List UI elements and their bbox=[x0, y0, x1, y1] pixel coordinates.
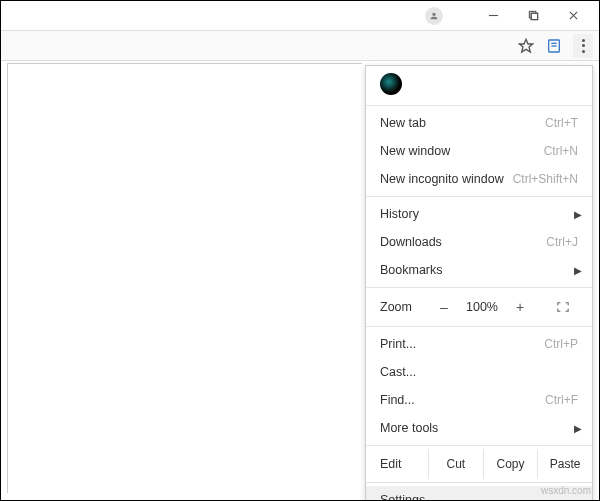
cut-button[interactable]: Cut bbox=[428, 449, 483, 479]
watermark: wsxdn.com bbox=[541, 485, 591, 496]
separator bbox=[366, 326, 592, 327]
zoom-in-button[interactable]: + bbox=[506, 299, 534, 315]
browser-menu: New tab Ctrl+T New window Ctrl+N New inc… bbox=[365, 65, 593, 501]
new-incognito-label: New incognito window bbox=[380, 172, 513, 186]
separator bbox=[366, 105, 592, 106]
paste-button[interactable]: Paste bbox=[537, 449, 592, 479]
downloads-label: Downloads bbox=[380, 235, 546, 249]
more-menu-button[interactable] bbox=[573, 34, 593, 58]
new-window-label: New window bbox=[380, 144, 544, 158]
window-titlebar bbox=[1, 1, 599, 31]
separator bbox=[366, 482, 592, 483]
svg-rect-2 bbox=[531, 13, 537, 19]
new-tab-shortcut: Ctrl+T bbox=[545, 116, 578, 130]
copy-button[interactable]: Copy bbox=[483, 449, 538, 479]
separator bbox=[366, 196, 592, 197]
chevron-right-icon: ▶ bbox=[574, 265, 582, 276]
maximize-button[interactable] bbox=[513, 2, 553, 30]
new-tab-label: New tab bbox=[380, 116, 545, 130]
svg-marker-6 bbox=[519, 39, 532, 52]
edit-label: Edit bbox=[380, 449, 428, 479]
browser-toolbar bbox=[1, 31, 599, 61]
new-incognito-item[interactable]: New incognito window Ctrl+Shift+N bbox=[366, 165, 592, 193]
print-item[interactable]: Print... Ctrl+P bbox=[366, 330, 592, 358]
new-window-shortcut: Ctrl+N bbox=[544, 144, 578, 158]
new-window-item[interactable]: New window Ctrl+N bbox=[366, 137, 592, 165]
more-tools-label: More tools bbox=[380, 421, 578, 435]
bookmarks-label: Bookmarks bbox=[380, 263, 578, 277]
zoom-row: Zoom – 100% + bbox=[366, 291, 592, 323]
downloads-shortcut: Ctrl+J bbox=[546, 235, 578, 249]
page-content bbox=[7, 63, 362, 493]
cast-label: Cast... bbox=[380, 365, 578, 379]
find-item[interactable]: Find... Ctrl+F bbox=[366, 386, 592, 414]
print-label: Print... bbox=[380, 337, 544, 351]
new-tab-item[interactable]: New tab Ctrl+T bbox=[366, 109, 592, 137]
history-label: History bbox=[380, 207, 578, 221]
new-incognito-shortcut: Ctrl+Shift+N bbox=[513, 172, 578, 186]
history-item[interactable]: History ▶ bbox=[366, 200, 592, 228]
find-shortcut: Ctrl+F bbox=[545, 393, 578, 407]
downloads-item[interactable]: Downloads Ctrl+J bbox=[366, 228, 592, 256]
minimize-button[interactable] bbox=[473, 2, 513, 30]
profile-row[interactable] bbox=[366, 66, 592, 102]
edit-row: Edit Cut Copy Paste bbox=[366, 449, 592, 479]
chevron-right-icon: ▶ bbox=[574, 209, 582, 220]
separator bbox=[366, 287, 592, 288]
zoom-value: 100% bbox=[458, 300, 506, 314]
fullscreen-button[interactable] bbox=[546, 297, 580, 317]
zoom-out-button[interactable]: – bbox=[430, 299, 458, 315]
chevron-right-icon: ▶ bbox=[574, 423, 582, 434]
print-shortcut: Ctrl+P bbox=[544, 337, 578, 351]
zoom-label: Zoom bbox=[380, 300, 430, 314]
bookmark-star-icon[interactable] bbox=[517, 37, 535, 55]
avatar-icon bbox=[380, 73, 402, 95]
profile-icon[interactable] bbox=[425, 7, 443, 25]
cast-item[interactable]: Cast... bbox=[366, 358, 592, 386]
reader-note-icon[interactable] bbox=[545, 37, 563, 55]
separator bbox=[366, 445, 592, 446]
close-button[interactable] bbox=[553, 2, 593, 30]
more-tools-item[interactable]: More tools ▶ bbox=[366, 414, 592, 442]
find-label: Find... bbox=[380, 393, 545, 407]
bookmarks-item[interactable]: Bookmarks ▶ bbox=[366, 256, 592, 284]
